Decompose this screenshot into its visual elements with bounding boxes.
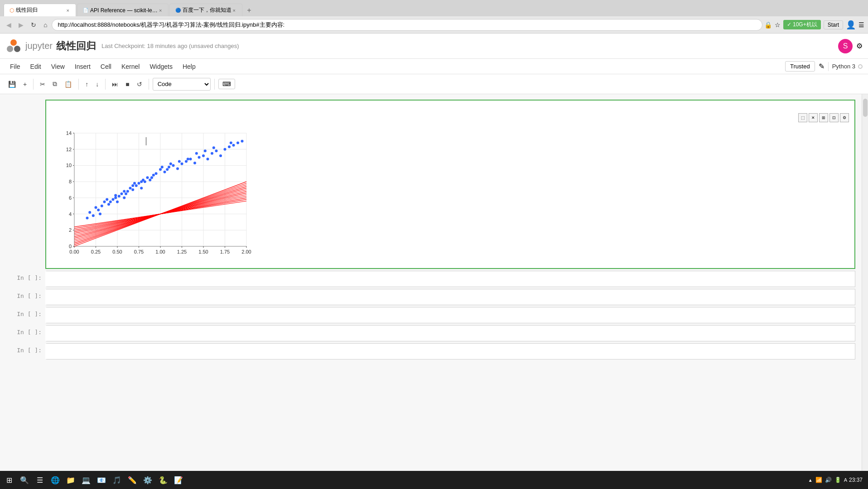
chart-toolbar: ⬚ ✕ ⊞ ⊡ ⚙	[52, 113, 849, 122]
paste-button[interactable]: 📋	[62, 79, 75, 90]
taskbar-task-view[interactable]: ☰	[33, 473, 47, 487]
trusted-button[interactable]: Trusted	[785, 61, 815, 72]
tab-baidu-title: 百度一下，你就知道	[183, 6, 231, 14]
start-button[interactable]: Start	[824, 20, 843, 29]
move-up-button[interactable]: ↑	[82, 79, 91, 90]
tab-jupyter[interactable]: ⬡ 线性回归 ×	[4, 4, 76, 16]
tab-baidu-close[interactable]: ×	[231, 8, 236, 13]
menu-help[interactable]: Help	[178, 61, 200, 72]
taskbar-search[interactable]: 🔍	[17, 473, 32, 487]
tab-sklearn-title: API Reference — scikit-learn	[90, 7, 158, 14]
jupyter-header: jupyter 线性回归 Last Checkpoint: 18 minutes…	[0, 34, 868, 59]
taskbar-battery-icon[interactable]: 🔋	[834, 477, 841, 483]
jupyter-brand: jupyter	[25, 41, 53, 51]
tab-baidu[interactable]: 🔵 百度一下，你就知道 ×	[169, 4, 242, 16]
home-button[interactable]: ⌂	[41, 20, 50, 29]
notebook-title[interactable]: 线性回归	[56, 39, 96, 53]
forward-button[interactable]: ▶	[16, 20, 26, 29]
sklearn-favicon: 📄	[83, 8, 88, 13]
run-next-button[interactable]: ⏭	[109, 79, 121, 90]
keyboard-shortcuts-button[interactable]: ⌨	[218, 79, 235, 89]
stop-button[interactable]: ■	[123, 79, 132, 90]
taskbar-dev[interactable]: 💻	[79, 473, 93, 487]
scrollbar[interactable]	[862, 94, 868, 489]
menu-edit[interactable]: Edit	[26, 61, 46, 72]
menu-icon[interactable]: ☰	[858, 21, 864, 29]
taskbar-settings[interactable]: ⚙️	[140, 473, 155, 487]
move-down-button[interactable]: ↓	[93, 79, 101, 90]
scrollbar-thumb[interactable]	[863, 99, 868, 117]
menu-widgets[interactable]: Widgets	[145, 61, 177, 72]
menu-right: Trusted ✎ Python 3	[785, 61, 863, 72]
restart-button[interactable]: ↺	[134, 79, 145, 90]
add-cell-button[interactable]: +	[20, 79, 29, 90]
cell-5-container: In [ ]:	[0, 343, 868, 360]
tab-jupyter-close[interactable]: ×	[66, 8, 70, 13]
taskbar-network-icon[interactable]: 📶	[815, 477, 822, 483]
taskbar-volume-icon[interactable]: 🔊	[825, 477, 832, 483]
save-button[interactable]: 💾	[5, 79, 19, 90]
taskbar-edge[interactable]: 🌐	[48, 473, 63, 487]
menu-file[interactable]: File	[5, 61, 25, 72]
taskbar-start-button[interactable]: ⊞	[2, 473, 16, 487]
chart-wrapper: ⬚ ✕ ⊞ ⊡ ⚙	[48, 111, 853, 266]
tab-sklearn-close[interactable]: ×	[158, 8, 163, 13]
menu-kernel[interactable]: Kernel	[117, 61, 144, 72]
user-icon[interactable]: 👤	[846, 20, 856, 30]
back-button[interactable]: ◀	[4, 20, 14, 29]
cell-4-input[interactable]	[47, 326, 855, 338]
cell-type-select[interactable]: Code Markdown Raw NBConvert	[153, 78, 211, 91]
chart-tool-5[interactable]: ⚙	[840, 113, 849, 122]
cut-button[interactable]: ✂	[37, 79, 48, 90]
taskbar-explorer[interactable]: 📁	[63, 473, 78, 487]
menu-separator	[828, 62, 829, 71]
taskbar-media[interactable]: 🎵	[110, 473, 124, 487]
chart-tool-3[interactable]: ⊞	[819, 113, 828, 122]
reload-button[interactable]: ↻	[28, 20, 39, 29]
kernel-name: Python 3	[832, 63, 855, 70]
menu-view[interactable]: View	[47, 61, 69, 72]
text-cursor	[146, 137, 146, 145]
copy-button[interactable]: ⧉	[50, 78, 60, 90]
user-profile-icon[interactable]: S	[838, 39, 853, 53]
cell-5-input[interactable]	[47, 344, 855, 356]
address-bar[interactable]	[52, 19, 762, 31]
cell-1-body	[45, 271, 855, 287]
header-settings-icon[interactable]: ⚙	[856, 42, 863, 50]
new-tab-button[interactable]: +	[243, 5, 255, 16]
taskbar-pencil[interactable]: ✏️	[125, 473, 140, 487]
chart-tool-4[interactable]: ⊡	[829, 113, 839, 122]
cell-3-body	[45, 307, 855, 323]
nav-star-icon[interactable]: ☆	[775, 21, 781, 29]
header-right: S ⚙	[838, 39, 863, 53]
taskbar-mail[interactable]: 📧	[94, 473, 109, 487]
cell-3-input-area	[45, 307, 855, 323]
taskbar-python[interactable]: 🐍	[156, 473, 170, 487]
cell-5-prompt: In [ ]:	[0, 343, 45, 357]
extensions-icon: 🔒	[764, 21, 772, 29]
connection-badge: ✓ 10G+机以	[783, 20, 821, 29]
cell-4-input-area	[45, 325, 855, 341]
nav-actions: 🔒 ☆ ✓ 10G+机以 Start 👤 ☰	[764, 20, 864, 30]
cell-3-input[interactable]	[47, 307, 855, 320]
edit-pencil-icon[interactable]: ✎	[819, 62, 825, 71]
taskbar-up-icon[interactable]: ▲	[808, 478, 813, 483]
cell-1-input[interactable]	[47, 271, 855, 284]
system-clock[interactable]: 23:37	[849, 477, 863, 483]
cell-2-container: In [ ]:	[0, 289, 868, 305]
chart-tool-2[interactable]: ✕	[809, 113, 818, 122]
checkpoint-info: Last Checkpoint: 18 minutes ago (unsaved…	[101, 43, 239, 49]
chart-tool-1[interactable]: ⬚	[798, 113, 807, 122]
taskbar-ime-icon[interactable]: A	[844, 477, 847, 483]
menu-cell[interactable]: Cell	[96, 61, 116, 72]
kernel-info: Python 3	[832, 63, 863, 70]
jupyter-logo-svg	[5, 38, 22, 54]
cell-1-container: In [ ]:	[0, 271, 868, 287]
cell-2-input[interactable]	[47, 289, 855, 302]
baidu-favicon: 🔵	[175, 8, 181, 13]
cell-4-prompt: In [ ]:	[0, 325, 45, 339]
tab-sklearn[interactable]: 📄 API Reference — scikit-learn ×	[77, 4, 169, 16]
taskbar-notes[interactable]: 📝	[171, 473, 186, 487]
output-prompt	[0, 100, 45, 269]
menu-insert[interactable]: Insert	[70, 61, 95, 72]
